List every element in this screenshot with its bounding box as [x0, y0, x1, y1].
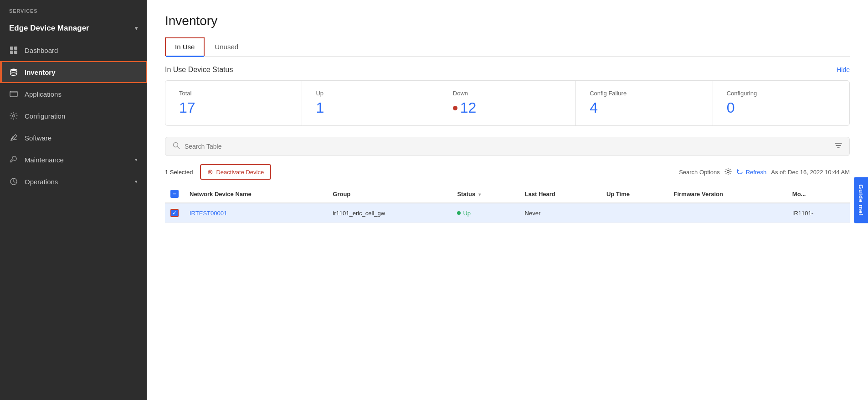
- maintenance-chevron-icon: ▾: [135, 157, 138, 163]
- svg-point-11: [727, 170, 729, 172]
- up-label: Up: [316, 90, 425, 97]
- down-label: Down: [453, 90, 562, 97]
- dashboard-icon: [9, 46, 18, 55]
- hide-link[interactable]: Hide: [837, 66, 850, 73]
- config-failure-label: Config Failure: [590, 90, 699, 97]
- toolbar-right: Search Options Refresh As of: Dec 16, 20…: [679, 168, 850, 177]
- services-label: SERVICES: [0, 0, 147, 17]
- status-cards: Total 17 Up 1 Down 12: [165, 80, 850, 126]
- refresh-timestamp: As of: Dec 16, 2022 10:44 AM: [771, 169, 850, 176]
- tab-unused-label: Unused: [215, 43, 238, 51]
- col-header-name: Network Device Name: [184, 185, 327, 203]
- sidebar-nav: Dashboard Inventory Applications Configu…: [0, 39, 147, 400]
- status-section-header: In Use Device Status Hide: [165, 66, 850, 74]
- row-status: Up: [452, 203, 519, 223]
- guide-me-button[interactable]: Guide me!: [854, 177, 868, 223]
- deactivate-device-button[interactable]: ⊗ Deactivate Device: [200, 164, 271, 180]
- status-card-config-failure: Config Failure 4: [576, 81, 713, 125]
- row-up-time: [601, 203, 668, 223]
- operations-chevron-icon: ▾: [135, 179, 138, 185]
- svg-rect-1: [14, 47, 17, 50]
- table-toolbar: 1 Selected ⊗ Deactivate Device Search Op…: [165, 161, 850, 182]
- total-label: Total: [179, 90, 288, 97]
- svg-rect-5: [10, 91, 17, 97]
- row-device-name: IRTEST00001: [184, 203, 327, 223]
- sidebar-item-inventory[interactable]: Inventory: [0, 61, 147, 83]
- inventory-icon: [9, 68, 18, 77]
- select-all-header[interactable]: −: [165, 185, 184, 203]
- sidebar-item-label-dashboard: Dashboard: [25, 47, 58, 54]
- col-header-last-heard: Last Heard: [519, 185, 601, 203]
- status-section-title: In Use Device Status: [165, 66, 233, 74]
- sidebar-item-configuration[interactable]: Configuration: [0, 105, 147, 127]
- sidebar-item-software[interactable]: Software: [0, 127, 147, 149]
- tab-unused[interactable]: Unused: [205, 37, 248, 56]
- search-icon: [173, 142, 180, 151]
- page-header: Inventory In Use Unused: [147, 0, 868, 57]
- search-bar: [165, 137, 850, 156]
- sidebar-item-label-inventory: Inventory: [25, 68, 56, 76]
- row-checkbox[interactable]: ✓: [170, 209, 179, 217]
- status-dot-green: [457, 211, 461, 215]
- col-header-group: Group: [327, 185, 452, 203]
- configuring-label: Configuring: [727, 90, 836, 97]
- search-options-label: Search Options: [679, 169, 720, 176]
- active-indicator: [0, 61, 2, 83]
- sidebar-item-applications[interactable]: Applications: [0, 83, 147, 105]
- tab-in-use-label: In Use: [175, 43, 195, 51]
- row-firmware: [668, 203, 787, 223]
- sidebar-item-label-configuration: Configuration: [25, 112, 65, 120]
- status-card-total: Total 17: [165, 81, 302, 125]
- svg-rect-3: [14, 51, 17, 54]
- service-chevron-icon: ▾: [135, 25, 138, 31]
- maintenance-icon: [9, 155, 18, 164]
- total-value: 17: [179, 99, 288, 116]
- selected-count: 1 Selected: [165, 169, 193, 176]
- row-group: ir1101_eric_cell_gw: [327, 203, 452, 223]
- config-failure-value: 4: [590, 99, 699, 116]
- search-input[interactable]: [185, 143, 830, 150]
- select-all-checkbox[interactable]: −: [170, 190, 179, 198]
- device-table: − Network Device Name Group Status ▾ Las…: [165, 185, 850, 223]
- sidebar-item-maintenance[interactable]: Maintenance ▾: [0, 149, 147, 171]
- row-model: IR1101-: [787, 203, 850, 223]
- svg-rect-2: [10, 51, 13, 54]
- sidebar-item-dashboard[interactable]: Dashboard: [0, 39, 147, 61]
- service-header[interactable]: Edge Device Manager ▾: [0, 17, 147, 39]
- svg-rect-0: [10, 47, 13, 50]
- status-section: In Use Device Status Hide Total 17 Up 1 …: [165, 66, 850, 126]
- status-sort-icon: ▾: [478, 192, 481, 197]
- device-table-wrapper: − Network Device Name Group Status ▾ Las…: [165, 185, 850, 223]
- sidebar-item-label-software: Software: [25, 134, 51, 142]
- refresh-button[interactable]: Refresh: [736, 169, 767, 176]
- status-card-configuring: Configuring 0: [713, 81, 849, 125]
- device-name-link[interactable]: IRTEST00001: [190, 210, 227, 217]
- svg-point-4: [10, 69, 17, 71]
- service-name: Edge Device Manager: [9, 24, 89, 33]
- tabs-bar: In Use Unused: [165, 37, 850, 57]
- tab-in-use[interactable]: In Use: [165, 37, 205, 56]
- filter-icon[interactable]: [835, 142, 842, 151]
- col-header-status[interactable]: Status ▾: [452, 185, 519, 203]
- row-last-heard: Never: [519, 203, 601, 223]
- software-icon: [9, 133, 18, 142]
- gear-icon[interactable]: [724, 168, 732, 177]
- toolbar-left: 1 Selected ⊗ Deactivate Device: [165, 164, 271, 180]
- svg-point-7: [13, 115, 15, 117]
- status-card-up: Up 1: [302, 81, 439, 125]
- status-up-indicator: Up: [457, 210, 514, 217]
- deactivate-icon: ⊗: [207, 168, 213, 176]
- table-row: ✓ IRTEST00001 ir1101_eric_cell_gw Up: [165, 203, 850, 223]
- col-header-up-time: Up Time: [601, 185, 668, 203]
- up-value: 1: [316, 99, 425, 116]
- sidebar-item-operations[interactable]: Operations ▾: [0, 171, 147, 192]
- deactivate-label: Deactivate Device: [216, 169, 264, 176]
- col-header-firmware: Firmware Version: [668, 185, 787, 203]
- page-title: Inventory: [165, 14, 850, 28]
- main-content: Inventory In Use Unused In Use Device St…: [147, 0, 868, 400]
- sidebar-item-label-applications: Applications: [25, 90, 62, 98]
- operations-icon: [9, 177, 18, 186]
- row-checkbox-cell[interactable]: ✓: [165, 203, 184, 223]
- sidebar-item-label-operations: Operations: [25, 178, 58, 186]
- refresh-label: Refresh: [746, 169, 767, 176]
